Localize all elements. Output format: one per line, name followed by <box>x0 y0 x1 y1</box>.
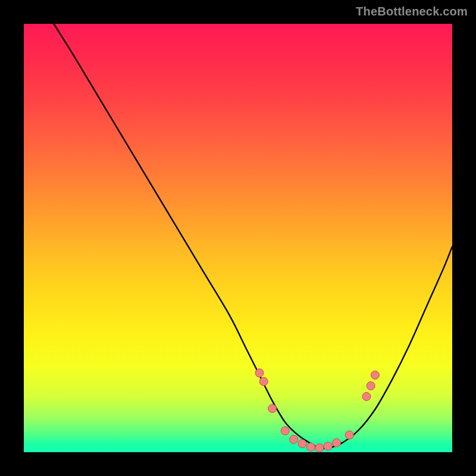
data-marker <box>362 392 371 400</box>
data-marker <box>268 405 277 413</box>
data-marker <box>345 431 353 439</box>
data-marker <box>333 439 341 447</box>
data-marker <box>315 444 324 452</box>
data-marker <box>255 369 264 377</box>
data-marker <box>281 427 289 435</box>
data-marker <box>290 435 298 443</box>
data-marker <box>306 443 315 451</box>
curve-svg <box>24 24 452 452</box>
data-marker <box>298 440 306 448</box>
plot-area <box>24 24 452 452</box>
data-marker <box>371 371 379 379</box>
data-marker <box>367 381 375 390</box>
data-marker <box>324 442 332 450</box>
bottleneck-curve <box>54 24 452 449</box>
marker-group <box>255 369 379 452</box>
watermark-text: TheBottleneck.com <box>356 5 468 18</box>
chart-container: TheBottleneck.com <box>0 0 476 476</box>
data-marker <box>259 377 268 386</box>
